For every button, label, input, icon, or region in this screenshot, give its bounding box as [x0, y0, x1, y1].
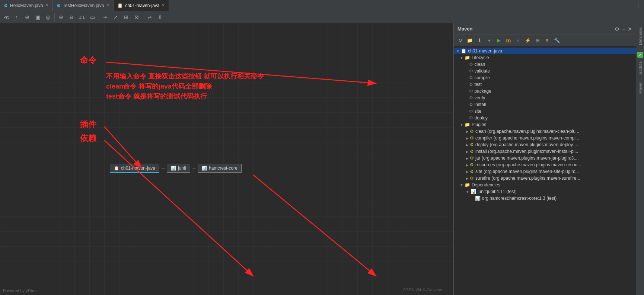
tab-ch01-maven[interactable]: 📋 ch01-maven-java ✕: [114, 0, 169, 11]
expand-deploy: [466, 116, 468, 120]
maven-bolt-btn[interactable]: ⚡: [524, 36, 532, 45]
plugin-install-icon: ⚙: [470, 149, 474, 154]
maven-settings-icon[interactable]: ⚙: [615, 26, 619, 32]
tree-plugin-compiler-label: compiler (org.apache.maven.plugins:maven…: [475, 135, 579, 141]
maven-tree[interactable]: ▼ 📋 ch01-maven-java ▼ 📁 Lifecycle ⚙ clea…: [454, 46, 636, 295]
maven-hash-btn[interactable]: #: [514, 36, 522, 45]
toolbar-export-btn[interactable]: ↗: [111, 12, 121, 22]
toolbar-reset-zoom-btn[interactable]: 1:1: [77, 12, 87, 22]
vtab-godot[interactable]: Godota: [637, 58, 644, 78]
tab-close-2[interactable]: ✕: [106, 3, 109, 8]
maven-header-icons: ⚙ ─ ✕: [615, 26, 632, 32]
maven-minimize-icon[interactable]: ─: [622, 26, 625, 32]
deploy-gear-icon: ⚙: [469, 115, 473, 121]
toolbar-layout-btn[interactable]: ⇥: [101, 12, 110, 22]
tree-item-root[interactable]: ▼ 📋 ch01-maven-java: [454, 48, 636, 54]
tab-testhellomaven[interactable]: ⚙ TestHelloMaven.java ✕: [53, 0, 114, 11]
tree-item-test[interactable]: ⚙ test: [454, 81, 636, 88]
instruction-annotation: 不用输入命令 直接双击这些按钮 就可以执行相关命令 clean命令 将写的jav…: [106, 71, 264, 102]
toolbar-save-btn[interactable]: ⇳: [155, 12, 165, 22]
svg-line-2: [104, 140, 253, 276]
vtab-maven[interactable]: Maven: [637, 78, 644, 97]
powered-by-label: Powered by yFiles: [3, 288, 36, 293]
tree-package-label: package: [475, 89, 491, 94]
expand-hamcrest-dep: [472, 196, 474, 201]
maven-collapse-btn[interactable]: ≡: [543, 36, 551, 45]
plugin-resources-icon: ⚙: [470, 162, 474, 167]
tree-item-verify[interactable]: ⚙ verify: [454, 94, 636, 101]
dependencies-folder-icon: 📁: [465, 182, 470, 187]
tree-item-clean[interactable]: ⚙ clean: [454, 61, 636, 68]
tree-item-hamcrest-dep[interactable]: 📊 org.hamcrest:hamcrest-core:1.3 (test): [454, 195, 636, 202]
tree-item-junit-dep[interactable]: ▼ 📊 junit:junit:4.11 (test): [454, 188, 636, 195]
tree-item-site[interactable]: ⚙ site: [454, 108, 636, 115]
toolbar-preview-btn[interactable]: ◎: [43, 12, 53, 22]
expand-plugin-site: ▶: [466, 170, 469, 174]
tab-more-button[interactable]: ⋮: [632, 2, 644, 9]
instruction-line3: test命令 就是将写的测试代码执行: [106, 93, 207, 100]
tree-item-plugin-surefire[interactable]: ▶ ⚙ surefire (org.apache.maven.plugins:m…: [454, 175, 636, 182]
tree-item-plugin-install[interactable]: ▶ ⚙ install (org.apache.maven.plugins:ma…: [454, 148, 636, 155]
toolbar-collapse-btn[interactable]: ≪: [1, 12, 11, 22]
expand-lifecycle: ▼: [460, 56, 463, 60]
compile-gear-icon: ⚙: [469, 75, 473, 80]
tree-item-compile[interactable]: ⚙ compile: [454, 74, 636, 81]
toolbar-grid-btn[interactable]: ▣: [33, 12, 42, 22]
expand-test: [466, 83, 468, 87]
toolbar-up-btn[interactable]: ↑: [12, 12, 22, 22]
tree-item-plugin-deploy[interactable]: ▶ ⚙ deploy (org.apache.maven.plugins:mav…: [454, 141, 636, 148]
toolbar-print-btn[interactable]: ⊞: [121, 12, 131, 22]
maven-title: Maven: [458, 26, 472, 32]
tree-item-plugin-resources[interactable]: ▶ ⚙ resources (org.apache.maven.plugins:…: [454, 161, 636, 168]
tree-deploy-label: deploy: [475, 115, 488, 121]
tab-label-1: HelloMaven.java: [10, 3, 43, 8]
dep-node-hamcrest-label: hamcrest-core: [209, 166, 237, 171]
instruction-line2: clean命令 将写的java代码全部删除: [106, 83, 212, 90]
dep-node-main[interactable]: 📋 ch01-maven-java: [110, 164, 159, 173]
maven-wrench-btn[interactable]: 🔧: [553, 36, 561, 45]
toolbar-undo-btn[interactable]: ⇌: [145, 12, 154, 22]
tree-item-install[interactable]: ⚙ install: [454, 101, 636, 108]
tree-item-plugins[interactable]: ▼ 📁 Plugins: [454, 121, 636, 128]
toolbar-sep-1: [54, 13, 55, 21]
maven-format-btn[interactable]: ⊞: [533, 36, 542, 45]
toolbar-fit-btn[interactable]: ▭: [87, 12, 97, 22]
vtab-green-badge[interactable]: ✓: [637, 52, 643, 58]
diagram-panel[interactable]: 命令 不用输入命令 直接双击这些按钮 就可以执行相关命令 clean命令 将写的…: [0, 23, 453, 295]
toolbar-zoom-out-btn[interactable]: ⊖: [67, 12, 76, 22]
dep-diagram: 📋 ch01-maven-java → 📊 junit → 📊 hamcrest…: [110, 164, 242, 173]
tree-item-deploy[interactable]: ⚙ deploy: [454, 115, 636, 121]
plugin-surefire-icon: ⚙: [470, 176, 474, 181]
maven-close-icon[interactable]: ✕: [628, 26, 632, 32]
maven-add-btn[interactable]: +: [485, 36, 493, 45]
toolbar-zoom-in-btn[interactable]: ⊕: [56, 12, 66, 22]
dependency-annotation: 依赖: [80, 133, 96, 144]
main-area: 命令 不用输入命令 直接双击这些按钮 就可以执行相关命令 clean命令 将写的…: [0, 23, 644, 295]
tab-hellomaven[interactable]: ⚙ HelloMaven.java ✕: [0, 0, 53, 11]
maven-refresh-btn[interactable]: ↻: [456, 36, 464, 45]
tree-item-package[interactable]: ⚙ package: [454, 88, 636, 94]
expand-validate: [466, 69, 468, 73]
vtab-database[interactable]: Database: [637, 25, 644, 48]
tree-item-plugin-site[interactable]: ▶ ⚙ site (org.apache.maven.plugins:maven…: [454, 168, 636, 175]
tab-close-1[interactable]: ✕: [45, 3, 49, 8]
tree-item-validate[interactable]: ⚙ validate: [454, 68, 636, 74]
tree-item-dependencies[interactable]: ▼ 📁 Dependencies: [454, 182, 636, 188]
toolbar-zoom-fit-btn[interactable]: ⊕: [22, 12, 32, 22]
dep-node-hamcrest[interactable]: 📊 hamcrest-core: [198, 164, 242, 173]
maven-download-btn[interactable]: ⬇: [475, 36, 484, 45]
tree-item-lifecycle[interactable]: ▼ 📁 Lifecycle: [454, 54, 636, 61]
tree-item-plugin-clean[interactable]: ▶ ⚙ clean (org.apache.maven.plugins:mave…: [454, 128, 636, 135]
toolbar-copy-btn[interactable]: ⊠: [132, 12, 141, 22]
maven-run-btn[interactable]: ▶: [495, 36, 503, 45]
diagram-toolbar: ≪ ↑ ⊕ ▣ ◎ ⊕ ⊖ 1:1 ▭ ⇥ ↗ ⊞ ⊠ ⇌ ⇳: [0, 11, 644, 23]
dep-node-junit[interactable]: 📊 junit: [167, 164, 190, 173]
expand-plugins: ▼: [460, 123, 463, 127]
maven-m-btn[interactable]: m: [504, 36, 513, 45]
tree-item-plugin-compiler[interactable]: ▶ ⚙ compiler (org.apache.maven.plugins:m…: [454, 135, 636, 141]
tree-item-plugin-jar[interactable]: ▶ ⚙ jar (org.apache.maven.plugins:maven-…: [454, 155, 636, 161]
install-gear-icon: ⚙: [469, 102, 473, 107]
tab-close-3[interactable]: ✕: [162, 3, 165, 8]
tree-plugin-jar-label: jar (org.apache.maven.plugins:maven-jar-…: [475, 155, 578, 161]
maven-folder-btn[interactable]: 📁: [466, 36, 474, 45]
